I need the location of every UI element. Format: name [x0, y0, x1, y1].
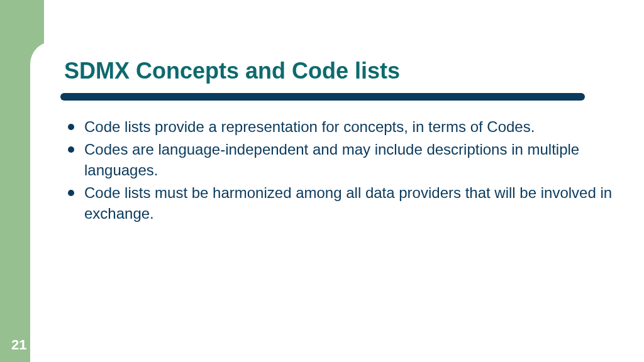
- page-number: 21: [11, 337, 26, 353]
- list-item: Codes are language-independent and may i…: [68, 140, 619, 180]
- slide-title: SDMX Concepts and Code lists: [64, 58, 400, 84]
- list-item: Code lists provide a representation for …: [68, 117, 619, 137]
- title-divider: [60, 93, 585, 101]
- bullet-list: Code lists provide a representation for …: [68, 117, 619, 226]
- list-item: Code lists must be harmonized among all …: [68, 183, 619, 224]
